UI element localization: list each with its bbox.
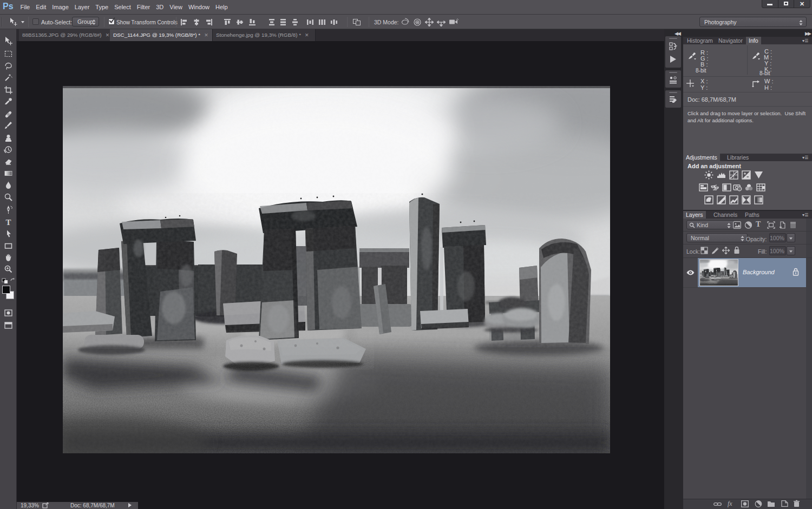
svg-text:T: T — [5, 218, 11, 227]
